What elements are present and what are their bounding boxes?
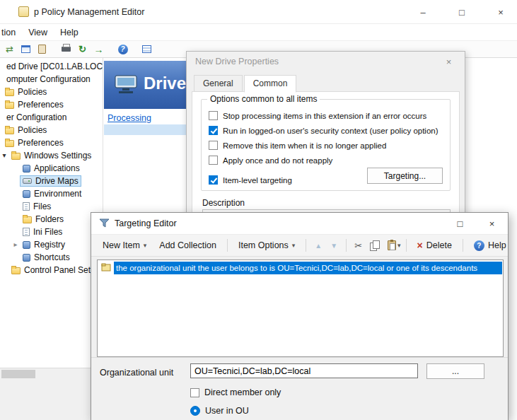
tab-common[interactable]: Common xyxy=(244,75,297,93)
tree-item-registry[interactable]: ▸Registry xyxy=(0,238,103,251)
expand-icon[interactable]: ▸ xyxy=(11,238,20,251)
toolbar-separator xyxy=(346,239,347,252)
dropdown-caret-icon: ▾ xyxy=(144,242,147,249)
delete-button[interactable]: × Delete xyxy=(412,237,458,254)
checkbox-icon[interactable] xyxy=(209,141,218,150)
tree-item-label: Ini Files xyxy=(33,227,62,237)
tree-item-applications[interactable]: Applications xyxy=(0,162,103,175)
tree-item-control-panel-sett[interactable]: Control Panel Sett xyxy=(0,264,103,276)
tree-item-omputer-configuration[interactable]: omputer Configuration xyxy=(0,73,103,86)
item-options-button[interactable]: Item Options ▾ xyxy=(233,238,301,253)
organizational-unit-input[interactable] xyxy=(190,363,418,378)
toolbar-separator xyxy=(406,239,407,252)
dialog-close-button[interactable]: × xyxy=(433,52,465,71)
option-row[interactable]: Remove this item when it is no longer ap… xyxy=(209,138,443,153)
tree-item-windows-settings[interactable]: ▾Windows Settings xyxy=(0,149,103,162)
user-in-ou-row[interactable]: User in OU xyxy=(190,406,249,416)
minimize-button[interactable]: – xyxy=(407,0,439,24)
help-icon[interactable]: ? xyxy=(116,42,129,56)
close-button[interactable]: × xyxy=(484,0,517,24)
help-button[interactable]: ? Help xyxy=(468,238,512,254)
tree-item-ed-drive-dc01-lab-loca[interactable]: ed Drive [DC01.LAB.LOCA xyxy=(0,60,103,73)
checkbox-icon[interactable] xyxy=(209,126,218,135)
targeting-close-button[interactable]: × xyxy=(476,213,508,234)
targeting-button[interactable]: Targeting... xyxy=(367,168,443,184)
menu-help[interactable]: Help xyxy=(54,28,85,37)
targeting-items-list[interactable]: the organizational unit the user belongs… xyxy=(97,259,504,357)
browse-button[interactable]: ... xyxy=(426,363,484,379)
app-icon xyxy=(18,6,29,17)
maximize-button[interactable]: □ xyxy=(446,0,478,24)
move-down-icon[interactable]: ▼ xyxy=(327,242,341,250)
clipboard-icon[interactable] xyxy=(35,42,49,56)
tree-item-label: Applications xyxy=(34,163,80,173)
description-label: Description xyxy=(202,198,245,208)
option-label: Remove this item when it is no longer ap… xyxy=(223,141,386,150)
checkbox-icon[interactable] xyxy=(190,388,199,397)
options-groupbox: Options common to all items Stop process… xyxy=(201,99,451,191)
drive-icon xyxy=(23,178,32,184)
scrollbar-thumb[interactable] xyxy=(1,370,35,378)
tab-strip: General Common xyxy=(194,75,298,92)
tree-item-drive-maps[interactable]: Drive Maps xyxy=(0,175,103,187)
tree-item-ini-files[interactable]: Ini Files xyxy=(0,226,103,238)
menu-view[interactable]: View xyxy=(22,28,54,37)
tree-item-label: er Configuration xyxy=(6,112,66,122)
radio-icon[interactable] xyxy=(190,406,200,416)
funnel-icon xyxy=(99,218,110,231)
targeting-item-row[interactable]: the organizational unit the user belongs… xyxy=(98,262,502,274)
targeting-maximize-button[interactable]: □ xyxy=(444,213,476,234)
processing-link[interactable]: Processing xyxy=(108,113,151,123)
targeting-detail-panel: Organizational unit ... Direct member on… xyxy=(91,357,508,420)
paste-icon[interactable] xyxy=(388,240,396,250)
help-label: Help xyxy=(488,240,506,250)
tree-item-preferences[interactable]: Preferences xyxy=(0,98,103,111)
organizational-unit-icon xyxy=(101,263,111,274)
tree-item-shortcuts[interactable]: Shortcuts xyxy=(0,251,103,264)
paste-caret-icon[interactable]: ▾ xyxy=(397,242,401,249)
copy-icon[interactable] xyxy=(370,240,379,250)
tree-item-environment[interactable]: Environment xyxy=(0,187,103,200)
tree-item-label: Drive Maps xyxy=(35,176,79,186)
cut-icon[interactable]: ✂ xyxy=(352,240,365,251)
option-row[interactable]: Apply once and do not reapply xyxy=(209,153,443,168)
tree-item-folders[interactable]: Folders xyxy=(0,213,103,226)
tree-item-er-configuration[interactable]: er Configuration xyxy=(0,111,103,124)
option-row[interactable]: Stop processing items in this extension … xyxy=(209,108,443,123)
new-item-button[interactable]: New Item ▾ xyxy=(97,238,152,253)
list-view-icon[interactable] xyxy=(140,42,153,56)
folder-icon xyxy=(5,102,14,109)
nav-arrows-icon[interactable]: ⇄ xyxy=(3,42,16,56)
tree-item-files[interactable]: Files xyxy=(0,200,103,213)
tab-general[interactable]: General xyxy=(194,75,243,92)
checkbox-icon[interactable] xyxy=(209,111,218,120)
collapse-icon[interactable]: ▾ xyxy=(0,149,8,162)
tree-item-preferences[interactable]: Preferences xyxy=(0,136,103,149)
checkbox-icon[interactable] xyxy=(209,156,218,165)
checkbox-icon[interactable] xyxy=(209,175,218,185)
tree-item-label: Environment xyxy=(34,189,81,199)
folder-icon xyxy=(23,216,32,223)
component-icon xyxy=(23,165,30,173)
option-label: Stop processing items in this extension … xyxy=(223,112,426,120)
move-up-icon[interactable]: ▲ xyxy=(311,242,325,250)
menu-action[interactable]: tion xyxy=(0,28,22,37)
export-icon[interactable]: → xyxy=(92,42,105,56)
window-icon[interactable] xyxy=(19,42,33,56)
tab-page: Options common to all items Stop process… xyxy=(192,91,460,221)
toolbar-separator xyxy=(463,239,463,252)
direct-member-row[interactable]: Direct member only xyxy=(190,387,281,397)
help-circle-icon: ? xyxy=(474,240,484,251)
refresh-icon[interactable]: ↻ xyxy=(76,42,89,56)
printer-icon[interactable] xyxy=(59,42,73,56)
window-bottom-chrome xyxy=(0,380,103,420)
tree-item-label: Policies xyxy=(18,125,47,135)
screen: p Policy Management Editor – □ × tion Vi… xyxy=(0,0,517,420)
tree-item-policies[interactable]: Policies xyxy=(0,86,103,98)
option-row[interactable]: Run in logged-on user's security context… xyxy=(209,123,443,138)
tree-item-label: Preferences xyxy=(18,100,64,110)
tree-item-policies[interactable]: Policies xyxy=(0,124,103,136)
tree-item-label: Folders xyxy=(35,214,64,224)
tree-horizontal-scrollbar[interactable] xyxy=(0,368,103,380)
add-collection-button[interactable]: Add Collection xyxy=(153,238,222,253)
